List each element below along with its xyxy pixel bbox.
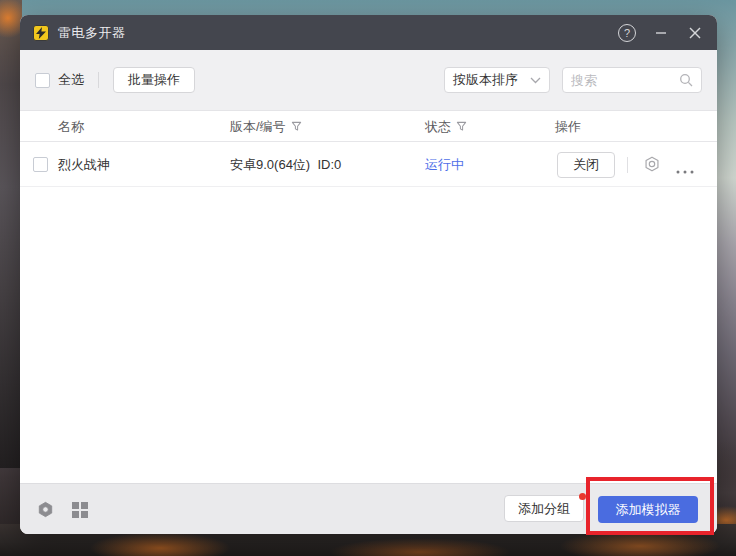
chevron-down-icon xyxy=(530,77,541,84)
emulator-status: 运行中 xyxy=(425,142,464,187)
emulator-row[interactable]: 烈火战神 安卓9.0(64位) ID:0 运行中 关闭 xyxy=(20,142,717,187)
add-emulator-button[interactable]: 添加模拟器 xyxy=(598,496,698,523)
emulator-name: 烈火战神 xyxy=(58,142,110,187)
emulator-settings-icon[interactable] xyxy=(643,155,661,177)
app-logo-icon xyxy=(33,25,49,41)
close-button[interactable] xyxy=(686,24,704,42)
settings-icon[interactable] xyxy=(37,501,54,522)
sort-dropdown-value: 按版本排序 xyxy=(453,71,518,89)
operations-divider xyxy=(627,157,628,173)
wallpaper-right-rocks xyxy=(716,440,736,536)
toolbar: 全选 批量操作 按版本排序 xyxy=(20,50,717,111)
sort-dropdown[interactable]: 按版本排序 xyxy=(444,67,550,93)
search-box[interactable] xyxy=(562,67,702,93)
filter-icon[interactable] xyxy=(291,121,302,132)
filter-icon[interactable] xyxy=(456,121,467,132)
grid-view-icon[interactable] xyxy=(72,502,88,522)
table-header: 名称 版本/编号 状态 操作 xyxy=(20,111,717,142)
emulator-version: 安卓9.0(64位) ID:0 xyxy=(230,142,341,187)
column-header-operations: 操作 xyxy=(555,111,581,142)
select-all-label: 全选 xyxy=(58,71,84,89)
help-icon[interactable]: ? xyxy=(618,24,636,42)
close-icon xyxy=(689,27,701,39)
app-window: 雷电多开器 ? 全选 批量操作 按版本排序 xyxy=(20,15,717,534)
empty-list-area xyxy=(20,187,717,483)
wallpaper-left-rocks xyxy=(0,0,22,468)
column-header-version: 版本/编号 xyxy=(230,111,302,142)
minimize-button[interactable] xyxy=(652,24,670,42)
batch-operations-button[interactable]: 批量操作 xyxy=(113,67,195,93)
minimize-icon xyxy=(655,27,667,39)
column-header-status: 状态 xyxy=(425,111,467,142)
column-header-name: 名称 xyxy=(58,111,84,142)
close-emulator-button[interactable]: 关闭 xyxy=(557,152,615,178)
window-title: 雷电多开器 xyxy=(58,24,126,42)
search-input[interactable] xyxy=(571,73,679,88)
footer-bar: 添加分组 添加模拟器 xyxy=(20,483,717,534)
toolbar-divider xyxy=(98,72,99,88)
titlebar[interactable]: 雷电多开器 ? xyxy=(20,15,717,50)
more-options-icon[interactable] xyxy=(675,161,695,179)
select-all-checkbox[interactable] xyxy=(35,73,50,88)
row-checkbox[interactable] xyxy=(33,157,48,172)
notification-badge xyxy=(579,493,586,500)
lightning-bolt-icon xyxy=(36,27,46,39)
search-icon xyxy=(679,73,693,87)
add-group-button[interactable]: 添加分组 xyxy=(504,495,584,522)
